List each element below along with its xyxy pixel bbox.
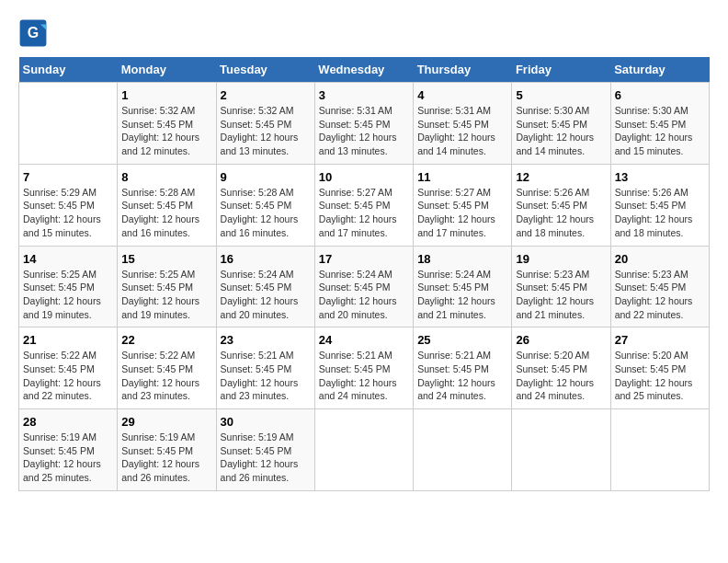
- day-number: 22: [121, 333, 211, 347]
- day-info: Sunrise: 5:19 AM Sunset: 5:45 PM Dayligh…: [23, 431, 113, 485]
- calendar-cell: 18Sunrise: 5:24 AM Sunset: 5:45 PM Dayli…: [414, 246, 512, 327]
- calendar-cell: 16Sunrise: 5:24 AM Sunset: 5:45 PM Dayli…: [216, 246, 314, 327]
- day-number: 19: [516, 252, 606, 266]
- calendar-cell: 25Sunrise: 5:21 AM Sunset: 5:45 PM Dayli…: [414, 327, 512, 409]
- day-info: Sunrise: 5:23 AM Sunset: 5:45 PM Dayligh…: [516, 268, 606, 322]
- calendar-week-5: 28Sunrise: 5:19 AM Sunset: 5:45 PM Dayli…: [19, 409, 710, 491]
- day-number: 20: [615, 252, 705, 266]
- calendar-cell: 24Sunrise: 5:21 AM Sunset: 5:45 PM Dayli…: [314, 327, 413, 409]
- calendar-week-4: 21Sunrise: 5:22 AM Sunset: 5:45 PM Dayli…: [19, 327, 710, 409]
- calendar-cell: 17Sunrise: 5:24 AM Sunset: 5:45 PM Dayli…: [314, 246, 413, 327]
- day-number: 17: [319, 252, 409, 266]
- calendar-cell: [610, 409, 709, 491]
- day-info: Sunrise: 5:20 AM Sunset: 5:45 PM Dayligh…: [516, 349, 606, 403]
- calendar-cell: 20Sunrise: 5:23 AM Sunset: 5:45 PM Dayli…: [610, 246, 709, 327]
- calendar-cell: 27Sunrise: 5:20 AM Sunset: 5:45 PM Dayli…: [610, 327, 709, 409]
- day-info: Sunrise: 5:19 AM Sunset: 5:45 PM Dayligh…: [221, 431, 311, 485]
- day-info: Sunrise: 5:30 AM Sunset: 5:45 PM Dayligh…: [615, 104, 705, 158]
- day-number: 25: [417, 333, 507, 347]
- day-number: 4: [417, 88, 507, 102]
- day-info: Sunrise: 5:27 AM Sunset: 5:45 PM Dayligh…: [417, 186, 507, 240]
- day-info: Sunrise: 5:23 AM Sunset: 5:45 PM Dayligh…: [615, 268, 705, 322]
- logo: G: [18, 18, 51, 48]
- calendar-cell: 11Sunrise: 5:27 AM Sunset: 5:45 PM Dayli…: [414, 164, 512, 246]
- day-header-saturday: Saturday: [610, 57, 709, 83]
- logo-icon: G: [18, 18, 48, 48]
- calendar-week-3: 14Sunrise: 5:25 AM Sunset: 5:45 PM Dayli…: [19, 246, 710, 327]
- day-info: Sunrise: 5:26 AM Sunset: 5:45 PM Dayligh…: [516, 186, 606, 240]
- calendar-cell: 23Sunrise: 5:21 AM Sunset: 5:45 PM Dayli…: [216, 327, 314, 409]
- calendar-cell: 15Sunrise: 5:25 AM Sunset: 5:45 PM Dayli…: [118, 246, 216, 327]
- calendar-cell: 3Sunrise: 5:31 AM Sunset: 5:45 PM Daylig…: [314, 83, 413, 165]
- calendar-cell: [512, 409, 610, 491]
- day-number: 21: [23, 333, 113, 347]
- day-info: Sunrise: 5:20 AM Sunset: 5:45 PM Dayligh…: [615, 349, 705, 403]
- day-number: 6: [615, 88, 705, 102]
- day-number: 26: [516, 333, 606, 347]
- day-info: Sunrise: 5:25 AM Sunset: 5:45 PM Dayligh…: [121, 268, 211, 322]
- day-number: 12: [516, 170, 606, 184]
- day-info: Sunrise: 5:21 AM Sunset: 5:45 PM Dayligh…: [319, 349, 409, 403]
- page-header: G: [18, 18, 710, 48]
- calendar-cell: 9Sunrise: 5:28 AM Sunset: 5:45 PM Daylig…: [216, 164, 314, 246]
- day-number: 18: [417, 252, 507, 266]
- day-header-sunday: Sunday: [19, 57, 118, 83]
- day-number: 10: [319, 170, 409, 184]
- svg-text:G: G: [28, 25, 39, 40]
- calendar-cell: 12Sunrise: 5:26 AM Sunset: 5:45 PM Dayli…: [512, 164, 610, 246]
- day-info: Sunrise: 5:24 AM Sunset: 5:45 PM Dayligh…: [417, 268, 507, 322]
- calendar-cell: 14Sunrise: 5:25 AM Sunset: 5:45 PM Dayli…: [19, 246, 118, 327]
- calendar-cell: 21Sunrise: 5:22 AM Sunset: 5:45 PM Dayli…: [19, 327, 118, 409]
- calendar-cell: 5Sunrise: 5:30 AM Sunset: 5:45 PM Daylig…: [512, 83, 610, 165]
- day-number: 14: [23, 252, 113, 266]
- calendar-week-1: 1Sunrise: 5:32 AM Sunset: 5:45 PM Daylig…: [19, 83, 710, 165]
- calendar-cell: [314, 409, 413, 491]
- day-info: Sunrise: 5:22 AM Sunset: 5:45 PM Dayligh…: [121, 349, 211, 403]
- day-info: Sunrise: 5:25 AM Sunset: 5:45 PM Dayligh…: [23, 268, 113, 322]
- day-number: 16: [221, 252, 311, 266]
- calendar-cell: [414, 409, 512, 491]
- day-header-tuesday: Tuesday: [216, 57, 314, 83]
- calendar-cell: 28Sunrise: 5:19 AM Sunset: 5:45 PM Dayli…: [19, 409, 118, 491]
- calendar-cell: 7Sunrise: 5:29 AM Sunset: 5:45 PM Daylig…: [19, 164, 118, 246]
- day-info: Sunrise: 5:21 AM Sunset: 5:45 PM Dayligh…: [417, 349, 507, 403]
- day-number: 2: [221, 88, 311, 102]
- day-number: 8: [121, 170, 211, 184]
- day-info: Sunrise: 5:21 AM Sunset: 5:45 PM Dayligh…: [221, 349, 311, 403]
- day-info: Sunrise: 5:28 AM Sunset: 5:45 PM Dayligh…: [221, 186, 311, 240]
- calendar-cell: 26Sunrise: 5:20 AM Sunset: 5:45 PM Dayli…: [512, 327, 610, 409]
- day-number: 1: [121, 88, 211, 102]
- day-info: Sunrise: 5:31 AM Sunset: 5:45 PM Dayligh…: [417, 104, 507, 158]
- calendar-cell: 13Sunrise: 5:26 AM Sunset: 5:45 PM Dayli…: [610, 164, 709, 246]
- day-number: 7: [23, 170, 113, 184]
- day-number: 29: [121, 415, 211, 429]
- day-info: Sunrise: 5:22 AM Sunset: 5:45 PM Dayligh…: [23, 349, 113, 403]
- day-number: 28: [23, 415, 113, 429]
- day-number: 23: [221, 333, 311, 347]
- day-header-monday: Monday: [118, 57, 216, 83]
- day-info: Sunrise: 5:28 AM Sunset: 5:45 PM Dayligh…: [121, 186, 211, 240]
- calendar-header-row: SundayMondayTuesdayWednesdayThursdayFrid…: [19, 57, 710, 83]
- day-number: 11: [417, 170, 507, 184]
- calendar-cell: 22Sunrise: 5:22 AM Sunset: 5:45 PM Dayli…: [118, 327, 216, 409]
- day-info: Sunrise: 5:31 AM Sunset: 5:45 PM Dayligh…: [319, 104, 409, 158]
- day-number: 24: [319, 333, 409, 347]
- day-info: Sunrise: 5:27 AM Sunset: 5:45 PM Dayligh…: [319, 186, 409, 240]
- calendar-cell: 10Sunrise: 5:27 AM Sunset: 5:45 PM Dayli…: [314, 164, 413, 246]
- day-number: 15: [121, 252, 211, 266]
- day-header-wednesday: Wednesday: [314, 57, 413, 83]
- calendar-cell: [19, 83, 118, 165]
- day-info: Sunrise: 5:32 AM Sunset: 5:45 PM Dayligh…: [221, 104, 311, 158]
- day-header-friday: Friday: [512, 57, 610, 83]
- day-number: 13: [615, 170, 705, 184]
- day-number: 3: [319, 88, 409, 102]
- day-info: Sunrise: 5:24 AM Sunset: 5:45 PM Dayligh…: [319, 268, 409, 322]
- calendar-cell: 1Sunrise: 5:32 AM Sunset: 5:45 PM Daylig…: [118, 83, 216, 165]
- day-info: Sunrise: 5:24 AM Sunset: 5:45 PM Dayligh…: [221, 268, 311, 322]
- day-info: Sunrise: 5:26 AM Sunset: 5:45 PM Dayligh…: [615, 186, 705, 240]
- calendar-cell: 2Sunrise: 5:32 AM Sunset: 5:45 PM Daylig…: [216, 83, 314, 165]
- day-info: Sunrise: 5:29 AM Sunset: 5:45 PM Dayligh…: [23, 186, 113, 240]
- day-number: 5: [516, 88, 606, 102]
- day-info: Sunrise: 5:30 AM Sunset: 5:45 PM Dayligh…: [516, 104, 606, 158]
- day-number: 30: [221, 415, 311, 429]
